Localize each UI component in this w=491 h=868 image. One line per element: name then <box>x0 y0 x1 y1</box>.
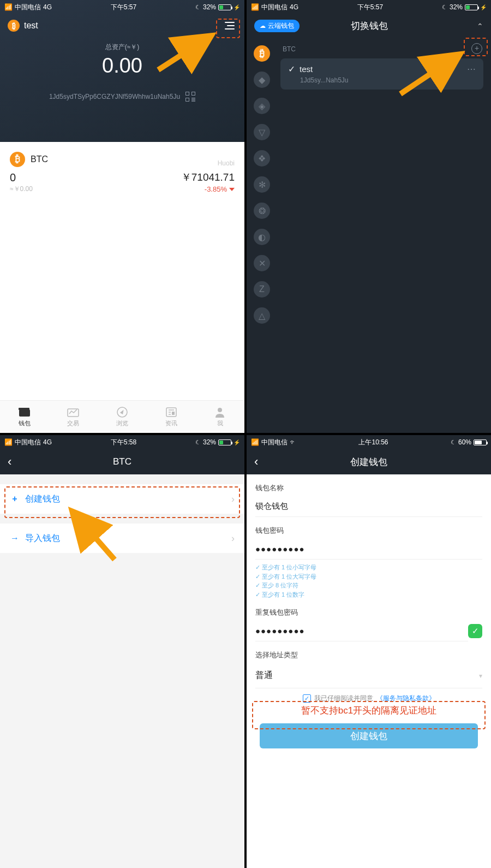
battery-icon <box>218 4 231 10</box>
chart-icon <box>67 406 80 418</box>
tab-label: 资讯 <box>165 419 177 427</box>
repeat-password-label: 重复钱包密码 <box>255 608 482 617</box>
option-label: 创建钱包 <box>25 494 60 505</box>
status-bar: 📶 中国电信 4G 下午5:57 ☾ 32% ⚡ <box>0 0 244 14</box>
wallet-icon <box>18 406 31 418</box>
option-label: 导入钱包 <box>25 533 60 544</box>
options-list: + 创建钱包 › → 导入钱包 › <box>0 484 244 553</box>
tab-browse[interactable]: 浏览 <box>98 406 147 427</box>
more-icon[interactable]: ⋯ <box>467 64 477 74</box>
address-type-label: 选择地址类型 <box>255 650 482 660</box>
status-bar: 📶 中国电信 ᯤ 上午10:56 ☾ 60% <box>247 435 491 449</box>
panel-switch-wallet: 📶 中国电信 4G 下午5:57 ☾ 32% ⚡ 云端钱包 切换钱包 ⌃ ₿ ◆… <box>247 0 491 433</box>
coin-change: -3.85% <box>181 185 235 193</box>
option-import-wallet[interactable]: → 导入钱包 › <box>0 524 244 553</box>
qr-icon[interactable] <box>185 92 195 102</box>
address-row[interactable]: 1Jd5sydTSyPp6CGZYJNf59Whhw1uNah5Ju <box>0 92 244 102</box>
address-type-value: 普通 <box>255 670 273 681</box>
news-icon <box>165 406 178 418</box>
collapse-icon[interactable]: ⌃ <box>477 22 483 31</box>
rail-trx-icon[interactable]: ▽ <box>254 124 270 140</box>
rail-eos-icon[interactable]: ◈ <box>254 98 270 114</box>
svg-marker-4 <box>120 409 125 414</box>
tab-label: 交易 <box>67 419 79 427</box>
add-wallet-icon[interactable]: + <box>471 43 482 54</box>
tab-label: 我 <box>217 419 223 427</box>
dnd-icon: ☾ <box>451 439 456 446</box>
coin-balance: 0 <box>10 168 176 184</box>
tab-trade[interactable]: 交易 <box>49 406 98 427</box>
tab-label: 钱包 <box>19 419 31 427</box>
page-title: 创建钱包 <box>254 456 483 468</box>
match-check-icon: ✓ <box>468 624 482 638</box>
rail-atom-icon[interactable]: ✻ <box>254 176 270 193</box>
tab-news[interactable]: 资讯 <box>147 406 196 427</box>
coin-row-btc[interactable]: ₿ BTC Huobi 0 ￥71041.71 ≈￥0.00 -3.85% <box>10 152 235 194</box>
user-icon <box>213 406 226 418</box>
signal-icon: 📶 <box>4 438 13 446</box>
coin-symbol: BTC <box>31 154 176 164</box>
rail-ont-icon[interactable]: ◐ <box>254 229 270 245</box>
tab-me[interactable]: 我 <box>195 406 244 427</box>
tab-wallet[interactable]: 钱包 <box>0 406 49 427</box>
clock-label: 下午5:57 <box>298 3 442 12</box>
dnd-icon: ☾ <box>442 4 447 11</box>
battery-icon <box>474 439 487 445</box>
coin-approx: ≈￥0.00 <box>10 185 176 194</box>
section-label: BTC <box>283 45 483 53</box>
battery-icon <box>465 4 478 10</box>
battery-pct: 60% <box>458 438 471 446</box>
page-title: BTC <box>8 456 237 467</box>
wallet-card-address: 1Jd5sy...Nah5Ju <box>300 76 476 84</box>
bitcoin-icon: ₿ <box>8 20 20 32</box>
repeat-password-input[interactable]: ●●●●●●●●● <box>255 621 468 641</box>
wallet-address: 1Jd5sydTSyPp6CGZYJNf59Whhw1uNah5Ju <box>49 93 180 100</box>
address-type-select[interactable]: 普通 ▾ <box>255 663 482 688</box>
battery-pct: 32% <box>450 3 463 11</box>
warning-text: 暂不支持bc1开头的隔离见证地址 <box>255 704 482 717</box>
page-title: 切换钱包 <box>267 20 471 32</box>
svg-point-10 <box>218 408 222 412</box>
rail-btc-icon[interactable]: ₿ <box>254 45 270 62</box>
create-wallet-button[interactable]: 创建钱包 <box>260 723 478 748</box>
rail-dot-icon[interactable]: ✕ <box>254 255 270 271</box>
bitcoin-icon: ₿ <box>10 152 25 167</box>
terms-link[interactable]: 《服务与隐私条款》 <box>376 694 435 703</box>
checkbox-icon[interactable]: ✓ <box>303 694 311 703</box>
carrier-label: 中国电信 <box>15 438 41 447</box>
clock-label: 上午10:56 <box>296 438 451 447</box>
carrier-label: 中国电信 <box>261 438 288 447</box>
signal-icon: 📶 <box>4 3 13 11</box>
terms-agree-row[interactable]: ✓ 我已仔细阅读并同意 《服务与隐私条款》 <box>255 694 482 703</box>
rail-bnb-icon[interactable]: ❖ <box>254 150 270 167</box>
rail-zil-icon[interactable]: Z <box>254 281 270 298</box>
password-input[interactable]: ●●●●●●●●● <box>255 539 482 560</box>
coin-list: ₿ BTC Huobi 0 ￥71041.71 ≈￥0.00 -3.85% <box>0 142 244 400</box>
battery-pct: 32% <box>203 3 216 11</box>
rail-ada-icon[interactable]: △ <box>254 307 270 324</box>
rule-item: 至少有 1 位数字 <box>255 590 482 599</box>
option-create-wallet[interactable]: + 创建钱包 › <box>0 484 244 514</box>
create-wallet-header: ‹ 创建钱包 <box>247 449 491 474</box>
plus-icon: + <box>10 494 20 504</box>
rail-iost-icon[interactable]: ❂ <box>254 203 270 219</box>
rail-eth-icon[interactable]: ◆ <box>254 72 270 88</box>
status-bar: 📶 中国电信 4G 下午5:58 ☾ 32% ⚡ <box>0 435 244 449</box>
charging-icon: ⚡ <box>233 439 240 445</box>
clock-label: 下午5:58 <box>52 438 195 447</box>
coin-price: ￥71041.71 <box>181 167 235 185</box>
carrier-label: 中国电信 <box>15 3 41 12</box>
wallet-list-area: BTC + ✓ test 1Jd5sy...Nah5Ju ⋯ <box>277 38 491 433</box>
charging-icon: ⚡ <box>480 4 487 10</box>
status-bar: 📶 中国电信 4G 下午5:57 ☾ 32% ⚡ <box>247 0 491 14</box>
panel-create-wallet-form: 📶 中国电信 ᯤ 上午10:56 ☾ 60% ‹ 创建钱包 钱包名称 钱包密码 … <box>247 435 491 868</box>
rule-item: 至少有 1 位大写字母 <box>255 572 482 581</box>
agree-text: 我已仔细阅读并同意 <box>314 694 373 703</box>
menu-icon[interactable] <box>223 20 237 32</box>
network-label: 4G <box>43 438 52 446</box>
wallet-card-test[interactable]: ✓ test 1Jd5sy...Nah5Ju ⋯ <box>280 58 483 90</box>
wallet-name-input[interactable] <box>255 496 482 517</box>
clock-label: 下午5:57 <box>52 3 195 12</box>
signal-icon: 📶 <box>251 438 259 446</box>
signal-icon: 📶 <box>251 3 259 11</box>
